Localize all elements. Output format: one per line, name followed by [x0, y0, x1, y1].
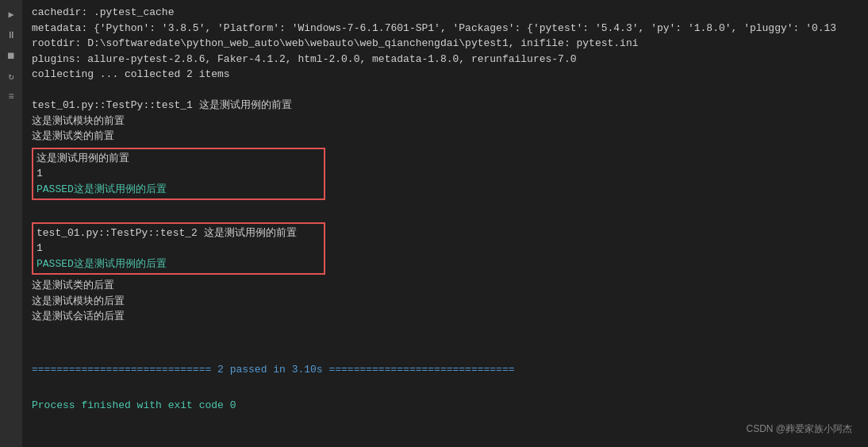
sidebar-run-icon[interactable]: ▶	[3, 6, 19, 22]
blank5	[32, 377, 858, 393]
sidebar: ▶ ⏸ ⏹ ↻ ≡	[0, 0, 22, 447]
test2-header-line: test_01.py::TestPy::test_2 这是测试用例的前置	[36, 225, 321, 241]
terminal-output: cachedir: .pytest_cache metadata: {'Pyth…	[22, 0, 868, 447]
test1-case-setup-line: 这是测试用例的前置	[36, 151, 321, 167]
test1-class-setup-line: 这是测试类的前置	[32, 129, 858, 145]
sidebar-pause-icon[interactable]: ⏸	[3, 27, 19, 43]
blank3	[32, 325, 858, 341]
separator-line: ============================= 2 passed i…	[32, 362, 858, 378]
red-box-1: 这是测试用例的前置 1 PASSED这是测试用例的后置	[32, 148, 325, 201]
blank4	[32, 340, 858, 356]
test1-module-setup-line: 这是测试模块的前置	[32, 114, 858, 129]
test2-passed-line: PASSED这是测试用例的后置	[36, 256, 321, 272]
blank2	[32, 203, 858, 219]
plugins-line: plugins: allure-pytest-2.8.6, Faker-4.1.…	[32, 52, 858, 67]
sidebar-refresh-icon[interactable]: ↻	[3, 68, 19, 84]
test1-num-line: 1	[36, 166, 321, 182]
test2-session-teardown-line: 这是测试会话的后置	[32, 309, 858, 325]
metadata-line: metadata: {'Python': '3.8.5', 'Platform'…	[32, 21, 858, 37]
watermark: CSDN @葬爱家族小阿杰	[746, 422, 852, 436]
test1-header-line: test_01.py::TestPy::test_1 这是测试用例的前置	[32, 98, 858, 114]
collecting-line: collecting ... collected 2 items	[32, 67, 858, 83]
rootdir-line: rootdir: D:\softwaredate\python_web_auto…	[32, 36, 858, 52]
test1-passed-line: PASSED这是测试用例的后置	[36, 182, 321, 198]
test2-class-teardown-line: 这是测试类的后置	[32, 278, 858, 294]
blank1	[32, 83, 858, 98]
test2-num-line: 1	[36, 241, 321, 256]
test2-module-teardown-line: 这是测试模块的后置	[32, 294, 858, 310]
red-box-2: test_01.py::TestPy::test_2 这是测试用例的前置 1 P…	[32, 222, 325, 276]
process-finished-line: Process finished with exit code 0	[32, 398, 858, 414]
sidebar-menu-icon[interactable]: ≡	[3, 89, 19, 105]
cachedir-line: cachedir: .pytest_cache	[32, 5, 858, 21]
sidebar-stop-icon[interactable]: ⏹	[3, 48, 19, 64]
